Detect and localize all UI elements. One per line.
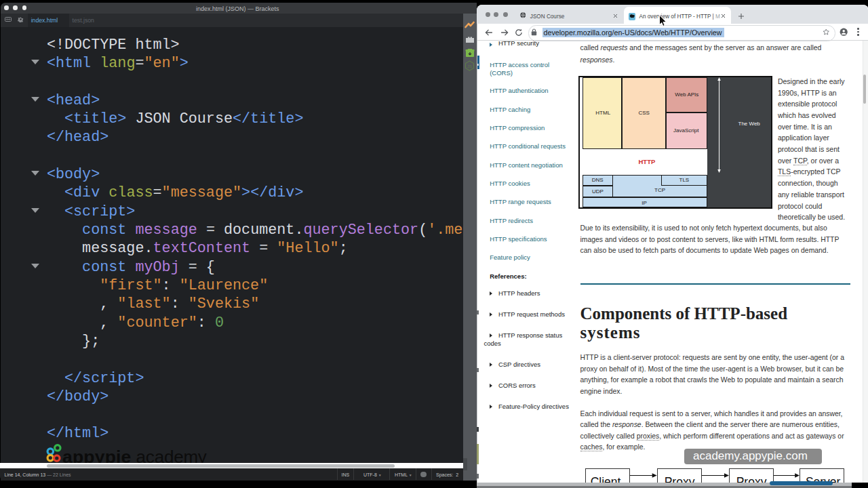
svg-text:JS: JS <box>467 64 472 68</box>
